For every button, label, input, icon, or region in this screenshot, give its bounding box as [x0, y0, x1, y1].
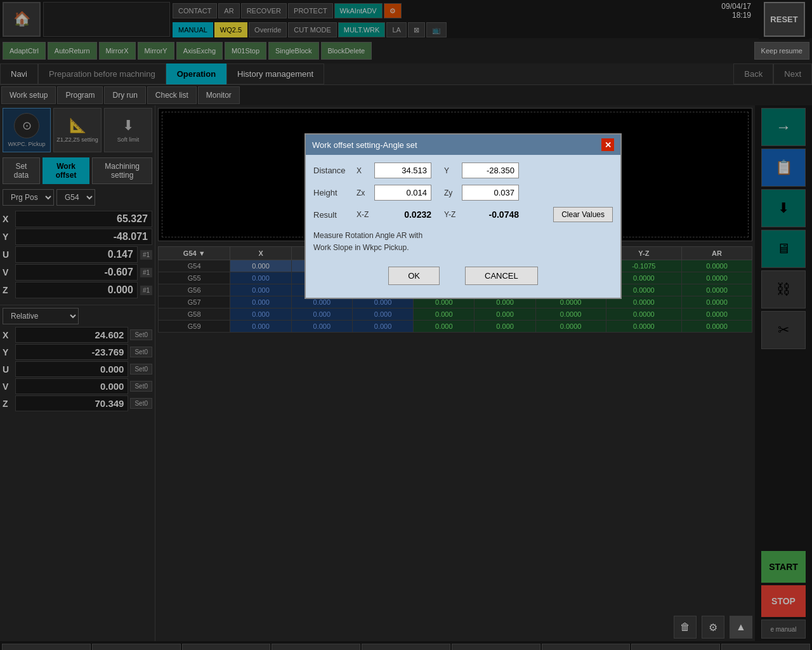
modal-distance-row: Distance X Y — [313, 162, 613, 178]
modal-xz-axis: X-Z — [357, 210, 376, 219]
clear-values-button[interactable]: Clear Values — [553, 207, 613, 222]
modal-close-button[interactable]: ✕ — [601, 138, 614, 151]
modal-y-axis-label: Y — [444, 166, 457, 175]
modal-overlay: Work offset setting-Angle set ✕ Distance… — [0, 0, 812, 650]
modal-footer: OK CANCEL — [313, 262, 613, 290]
modal-result-label: Result — [313, 210, 351, 220]
modal-xz-value: 0.0232 — [381, 209, 431, 220]
modal-zy-input[interactable] — [462, 185, 519, 201]
modal-desc-line2: Work Slope in Wkpc Pickup. — [313, 242, 613, 254]
modal-x-axis-label: X — [357, 166, 369, 175]
modal-zx-axis-label: Zx — [357, 189, 369, 197]
modal-zy-axis-label: Zy — [444, 189, 457, 197]
modal-height-label: Height — [313, 188, 351, 197]
modal-body: Distance X Y Height Zx Zy Result X-Z 0.0… — [306, 155, 620, 298]
modal-zx-input[interactable] — [374, 185, 431, 201]
modal-result-row: Result X-Z 0.0232 Y-Z -0.0748 Clear Valu… — [313, 207, 613, 222]
modal-height-row: Height Zx Zy — [313, 185, 613, 201]
modal-y-input[interactable] — [462, 162, 519, 178]
modal-x-input[interactable] — [374, 162, 431, 178]
modal-title: Work offset setting-Angle set — [312, 140, 417, 150]
modal-desc-line1: Measure Rotation Angle AR with — [313, 230, 613, 242]
modal-yz-value: -0.0748 — [468, 209, 519, 220]
work-offset-modal: Work offset setting-Angle set ✕ Distance… — [304, 133, 622, 299]
modal-distance-label: Distance — [313, 166, 351, 175]
modal-header: Work offset setting-Angle set ✕ — [306, 135, 620, 155]
modal-description: Measure Rotation Angle AR with Work Slop… — [313, 230, 613, 254]
modal-ok-button[interactable]: OK — [388, 267, 440, 285]
modal-cancel-button[interactable]: CANCEL — [465, 267, 538, 285]
modal-yz-axis: Y-Z — [444, 210, 463, 219]
